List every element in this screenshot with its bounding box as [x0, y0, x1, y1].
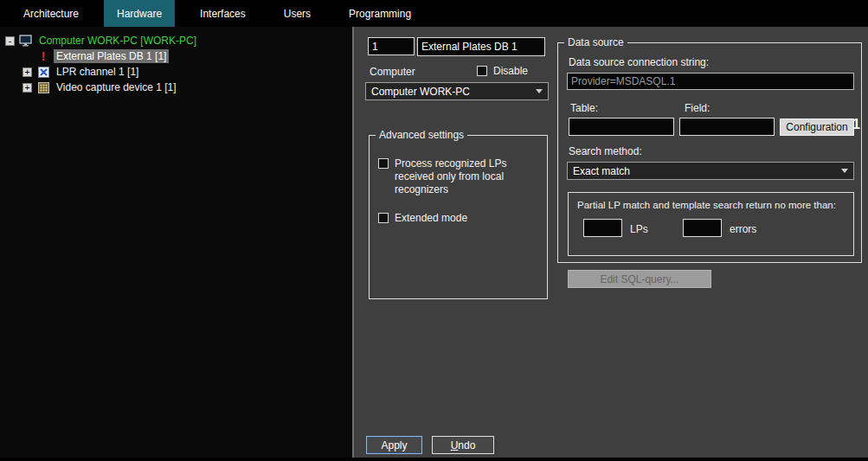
chevron-down-icon: [536, 89, 543, 93]
search-method-dropdown[interactable]: Exact match: [567, 162, 854, 180]
extended-mode-checkbox-row: Extended mode: [378, 212, 467, 224]
advanced-settings-title: Advanced settings: [376, 129, 467, 141]
process-lps-checkbox-row: Process recognized LPs received only fro…: [378, 157, 534, 196]
apply-button[interactable]: Apply: [366, 436, 422, 454]
tab-bar: Architecture Hardware Interfaces Users P…: [0, 0, 868, 27]
alert-icon: !: [36, 50, 50, 62]
tab-architecture[interactable]: Architecture: [10, 0, 92, 27]
tree-item-external-plates-db[interactable]: ! External Plates DB 1 [1]: [0, 48, 352, 64]
advanced-settings-group: Advanced settings Process recognized LPs…: [369, 135, 548, 299]
tree-item-video-capture-device[interactable]: + Video capture device 1 [1]: [0, 80, 352, 95]
tree-item-computer[interactable]: - Computer WORK-PC [WORK-PC]: [0, 33, 352, 48]
computer-dropdown[interactable]: Computer WORK-PC: [365, 82, 549, 100]
lps-label: LPs: [630, 223, 648, 235]
video-capture-icon: [36, 81, 50, 93]
undo-button-label: Undo: [451, 439, 476, 451]
partial-match-label: Partial LP match and template search ret…: [577, 200, 836, 210]
extended-mode-label: Extended mode: [395, 212, 467, 224]
tree-item-label: LPR channel 1 [1]: [54, 65, 141, 79]
errors-limit-field[interactable]: [683, 219, 722, 237]
disable-checkbox[interactable]: [477, 66, 487, 76]
collapse-toggle-icon[interactable]: -: [5, 36, 15, 46]
undo-button[interactable]: Undo: [432, 436, 494, 454]
lpr-channel-icon: [36, 66, 50, 78]
data-source-group: Data source Data source connection strin…: [557, 42, 862, 263]
settings-panel: Computer Disable Computer WORK-PC Advanc…: [356, 27, 868, 458]
window-bottom-edge: [0, 458, 868, 461]
connection-string-label: Data source connection string:: [569, 56, 709, 68]
table-field[interactable]: [569, 118, 674, 136]
computer-dropdown-value: Computer WORK-PC: [371, 86, 470, 98]
computer-label: Computer: [370, 66, 415, 78]
id-field[interactable]: [368, 37, 415, 55]
field-label: Field:: [685, 102, 710, 114]
tab-hardware[interactable]: Hardware: [104, 0, 175, 27]
chevron-down-icon: [841, 169, 848, 173]
tree-item-label-selected: External Plates DB 1 [1]: [54, 49, 169, 63]
disable-checkbox-row: Disable: [477, 65, 528, 77]
configuration-button[interactable]: Configuration: [780, 118, 854, 136]
tab-programming[interactable]: Programming: [336, 0, 424, 27]
tree-item-lpr-channel[interactable]: + LPR channel 1 [1]: [0, 64, 352, 80]
lps-limit-field[interactable]: [583, 219, 622, 237]
expand-toggle-icon[interactable]: +: [23, 83, 32, 93]
tree-item-label: Computer WORK-PC [WORK-PC]: [36, 34, 199, 48]
disable-label: Disable: [493, 65, 528, 77]
data-source-title: Data source: [564, 36, 627, 48]
name-field[interactable]: [417, 37, 545, 56]
extended-mode-checkbox[interactable]: [378, 213, 389, 223]
tab-interfaces[interactable]: Interfaces: [187, 0, 259, 27]
process-lps-label: Process recognized LPs received only fro…: [395, 157, 526, 196]
process-lps-checkbox[interactable]: [378, 158, 389, 169]
errors-label: errors: [730, 223, 756, 235]
connection-string-field[interactable]: [567, 73, 854, 90]
edit-sql-query-button[interactable]: Edit SQL-query...: [568, 270, 711, 288]
hardware-tree: - Computer WORK-PC [WORK-PC] ! External …: [0, 27, 354, 458]
expand-toggle-icon[interactable]: +: [23, 67, 32, 77]
partial-match-group: Partial LP match and template search ret…: [568, 192, 854, 256]
search-method-label: Search method:: [569, 145, 642, 157]
table-label: Table:: [570, 102, 598, 114]
tab-users[interactable]: Users: [271, 0, 324, 27]
search-method-value: Exact match: [573, 165, 630, 177]
app-window: Architecture Hardware Interfaces Users P…: [0, 0, 868, 461]
step-annotation: 1: [852, 117, 860, 132]
computer-icon: [19, 35, 33, 47]
field-field[interactable]: [679, 118, 775, 136]
tree-item-label: Video capture device 1 [1]: [54, 80, 179, 94]
